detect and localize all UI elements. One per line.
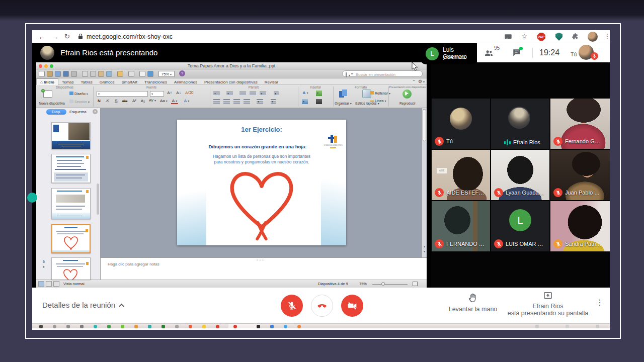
insert-picture-button[interactable] [302,99,308,104]
cast-icon[interactable] [504,33,512,41]
clear-format-button[interactable]: A⌫ [185,90,192,95]
panel-close-icon[interactable]: ✕ [93,109,98,114]
notes-pane[interactable]: Haga clic para agregar notas [101,257,427,280]
url-text[interactable]: meet.google.com/rbx-shoy-oxc [87,30,173,43]
slide-thumbnail[interactable] [51,154,91,183]
font-name-select[interactable] [97,91,148,97]
open-icon[interactable] [55,71,61,77]
ribbon-settings-gear-icon[interactable]: ⚙ [418,79,425,84]
participant-tile[interactable]: Juan Pablo … [550,150,610,200]
scrollbar-thumb[interactable] [423,109,426,141]
columns-icon[interactable] [274,91,279,96]
cut-icon[interactable] [82,71,88,77]
ppt-title-bar[interactable]: Tema Papas Amor a Dios y a la Familia..p… [36,62,427,69]
dock-icon[interactable] [189,325,192,328]
forward-icon[interactable]: → [51,30,59,43]
dock-icon[interactable] [535,325,539,328]
text-direction-icon[interactable] [257,99,263,104]
dock-icon[interactable] [107,325,111,328]
new-slide-button[interactable]: Nueva diapositiva [36,102,67,105]
play-button[interactable]: Reproducir [388,102,427,105]
participant-tile[interactable]: L LUIS OMAR … [491,201,549,251]
participant-tile[interactable]: Efrain Rios [491,99,549,149]
font-color-button[interactable]: A [171,99,178,104]
slideshow-view-icon[interactable] [53,281,59,287]
participant-tile[interactable]: Tú [432,99,490,149]
dock-icon[interactable] [148,325,151,328]
dock-icon[interactable] [202,325,206,328]
change-case-button[interactable]: Aa [160,99,167,103]
align-center-icon[interactable] [223,99,230,104]
dock-icon[interactable] [284,325,287,328]
numbered-list-icon[interactable] [226,91,233,96]
participant-tile[interactable]: Lyaan Guada… [491,150,549,200]
browser-menu-icon[interactable]: ⋮ [604,32,610,40]
dock-icon[interactable] [566,325,569,328]
splitter-handle[interactable] [257,257,264,262]
design-button[interactable]: Diseño [69,92,88,96]
format-painter-icon[interactable] [106,71,112,77]
save-icon[interactable] [63,71,69,77]
align-right-icon[interactable] [233,99,240,104]
slide-editing-canvas[interactable]: 1er Ejercicio: EVANGELIZADORES Dibujemos… [177,120,346,245]
fit-window-icon[interactable] [413,282,418,286]
mute-mic-button[interactable] [281,295,303,317]
redo-icon[interactable] [128,71,134,77]
bold-button[interactable]: N [96,99,103,103]
meeting-details-button[interactable]: Detalles de la reunión [42,301,124,309]
dock-icon[interactable] [216,325,219,328]
line-spacing-icon[interactable] [260,91,266,96]
align-left-icon[interactable] [213,99,220,104]
superscript-button[interactable]: A² [131,99,138,103]
dock-icon[interactable] [596,325,599,328]
decrease-indent-icon[interactable] [239,91,246,96]
adblock-extension-icon[interactable]: ABP [537,33,545,41]
arrange-button[interactable]: Organizar [330,102,356,105]
glow-color-button[interactable]: A [183,99,190,103]
zoom-slider-track[interactable] [372,284,408,285]
dock-icon[interactable] [66,325,70,328]
dock-icon[interactable] [257,325,260,328]
dock-icon[interactable] [162,325,165,328]
undo-icon[interactable] [117,71,123,77]
scroll-down-arrow-icon[interactable]: ▼ [423,250,426,253]
insert-media-button[interactable] [316,99,322,104]
participants-overflow-pill[interactable]: L Luis Guerrero y 84 más [421,43,477,64]
dock-icon[interactable] [270,325,274,328]
extension-pull-tab[interactable] [27,193,37,203]
text-box-icon[interactable] [139,71,145,77]
sorter-view-icon[interactable] [46,281,52,287]
panel-scrollbar[interactable] [97,184,99,215]
gallery-icon[interactable] [47,71,53,77]
slide-thumbnail[interactable] [51,188,91,219]
dock-icon[interactable] [80,325,84,328]
presenting-status[interactable]: Efrain Rios está presentando su pantalla [500,291,596,317]
zoom-select[interactable]: 75% [158,71,175,77]
camera-off-button[interactable] [341,295,363,317]
bookmark-star-icon[interactable]: ☆ [521,32,528,40]
fill-button[interactable]: Rellenar [370,91,390,95]
raise-hand-button[interactable]: Levantar la mano [443,293,503,313]
dock-icon[interactable] [121,325,124,328]
participant-tile[interactable]: FERNANDO … [432,201,490,251]
dock-icon[interactable] [53,325,56,328]
dock-icon[interactable] [39,325,43,328]
shrink-font-button[interactable]: A↓ [175,90,182,95]
insert-textbox-button[interactable]: A [302,90,309,95]
new-icon[interactable] [39,71,45,77]
scroll-up-arrow-icon[interactable]: ▲ [423,245,426,248]
align-text-icon[interactable] [271,99,276,104]
dock-icon[interactable] [297,325,301,328]
dock-icon[interactable] [134,325,138,328]
grow-font-button[interactable]: A↑ [166,90,173,95]
underline-button[interactable]: S [113,99,120,103]
help-icon[interactable]: ? [179,70,185,76]
slide-scrollbar[interactable]: ▲ ▼ [422,108,427,257]
italic-button[interactable]: K [104,99,111,103]
zoom-slider-knob[interactable] [381,282,385,286]
strikethrough-button[interactable]: abc [121,99,128,103]
tab-slides[interactable]: Diap. [46,109,66,115]
reload-icon[interactable]: ↻ [64,30,70,43]
copy-icon[interactable] [90,71,96,77]
extensions-puzzle-icon[interactable] [572,33,579,40]
